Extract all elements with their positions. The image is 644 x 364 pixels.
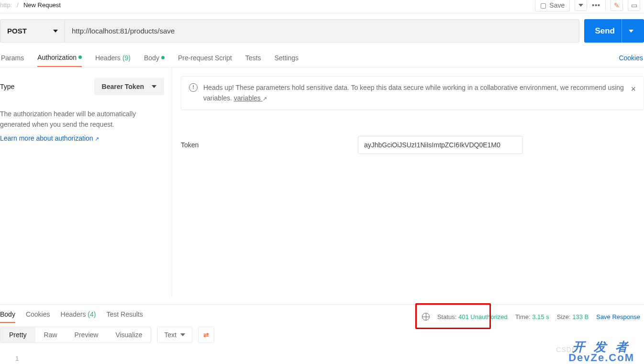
save-label: Save (549, 1, 565, 9)
save-response-label: Save Response (596, 313, 640, 320)
view-visualize[interactable]: Visualize (107, 327, 151, 342)
size-value: 133 B (572, 313, 588, 320)
save-dropdown[interactable] (575, 0, 587, 11)
dot-icon (161, 56, 165, 59)
comment-icon[interactable]: ▭ (628, 0, 640, 11)
url-input[interactable]: http://localhost:81/products/save (65, 19, 579, 43)
tab-params[interactable]: Params (1, 49, 24, 66)
tab-headers-count: (9) (122, 54, 131, 62)
network-icon[interactable] (422, 313, 430, 320)
auth-description: The authorization header will be automat… (0, 109, 164, 130)
status-block[interactable]: Status: 401 Unauthorized (437, 313, 508, 320)
token-input[interactable]: ayJhbGciOiJSUzI1NiIsImtpZCI6IkVDQ0E1M0 (358, 136, 523, 154)
tab-tests[interactable]: Tests (245, 49, 261, 66)
watermark-sub: DevZe.CoM (568, 352, 634, 364)
tab-headers-label: Headers (95, 54, 121, 62)
variables-text: variables (234, 94, 261, 102)
token-value: ayJhbGciOiJSUzI1NiIsImtpZCI6IkVDQ0E1M0 (364, 141, 500, 149)
breadcrumb-http: http: (0, 1, 12, 9)
breadcrumb: http: / New Request (0, 1, 61, 9)
tab-body[interactable]: Body (144, 49, 165, 66)
tab-auth-label: Authorization (37, 54, 77, 61)
wrap-lines-icon[interactable]: ⇄ (198, 327, 214, 343)
resp-tab-cookies[interactable]: Cookies (26, 310, 50, 323)
close-icon[interactable]: × (631, 82, 636, 96)
size-label: Size: (557, 313, 571, 320)
time-label: Time: (515, 313, 531, 320)
tab-body-label: Body (144, 54, 159, 62)
status-value: 401 Unauthorized (458, 313, 508, 320)
learn-more-text: Learn more about authorization (0, 134, 93, 142)
token-label: Token (181, 141, 358, 149)
auth-type-value: Bearer Token (102, 83, 144, 90)
edit-icon[interactable]: ✎ (611, 0, 623, 11)
view-preview[interactable]: Preview (66, 327, 107, 342)
size-block[interactable]: Size: 133 B (557, 313, 589, 320)
save-button[interactable]: ▢ Save (535, 0, 570, 11)
breadcrumb-sep: / (17, 1, 19, 9)
line-number: 1 (15, 355, 19, 362)
tab-authorization[interactable]: Authorization (37, 49, 82, 67)
time-block[interactable]: Time: 3.15 s (515, 313, 549, 320)
external-link-icon: ↗ (95, 136, 99, 142)
auth-type-label: Type (0, 83, 14, 90)
variables-link[interactable]: variables (234, 94, 263, 102)
format-select[interactable]: Text (157, 327, 192, 343)
send-button[interactable]: Send (584, 19, 644, 43)
format-value: Text (164, 331, 177, 339)
chevron-down-icon (180, 333, 185, 336)
resp-headers-count: (4) (88, 310, 96, 318)
chevron-down-icon (53, 30, 58, 33)
view-raw[interactable]: Raw (35, 327, 66, 342)
method-value: POST (7, 27, 27, 35)
resp-headers-label: Headers (61, 310, 86, 318)
breadcrumb-name: New Request (23, 1, 61, 9)
tab-prerequest[interactable]: Pre-request Script (178, 49, 232, 66)
external-link-icon: ↗ (263, 96, 267, 101)
info-banner: ! Heads up! These parameters hold sensit… (181, 76, 644, 110)
url-value: http://localhost:81/products/save (72, 27, 175, 35)
info-icon: ! (189, 83, 198, 92)
resp-tab-headers[interactable]: Headers (4) (61, 310, 96, 323)
tab-headers[interactable]: Headers (9) (95, 49, 131, 66)
status-label: Status: (437, 313, 456, 320)
method-select[interactable]: POST (0, 19, 65, 43)
save-icon: ▢ (540, 1, 546, 9)
chevron-down-icon (152, 85, 156, 88)
view-pretty[interactable]: Pretty (0, 327, 35, 342)
learn-more-link[interactable]: Learn more about authorization ↗ (0, 134, 99, 142)
dot-icon (78, 55, 82, 59)
tab-settings[interactable]: Settings (274, 49, 299, 66)
auth-type-select[interactable]: Bearer Token (94, 78, 164, 95)
send-dropdown[interactable] (622, 19, 633, 43)
cookies-link[interactable]: Cookies (619, 54, 643, 62)
resp-tab-body[interactable]: Body (0, 310, 15, 323)
more-icon[interactable]: ••• (592, 1, 600, 9)
time-value: 3.15 s (532, 313, 549, 320)
save-response-button[interactable]: Save Response (596, 313, 640, 320)
resp-tab-tests[interactable]: Test Results (106, 310, 143, 323)
send-label: Send (595, 26, 615, 36)
